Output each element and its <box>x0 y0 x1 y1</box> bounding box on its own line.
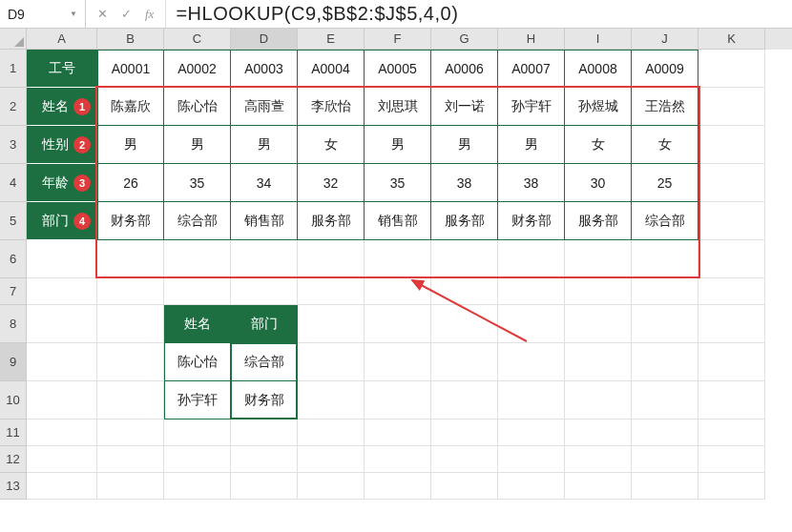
cell[interactable] <box>431 446 498 473</box>
cell[interactable] <box>498 446 565 473</box>
cell[interactable] <box>498 343 565 381</box>
cell[interactable] <box>231 240 298 278</box>
cell[interactable]: 38 <box>498 164 565 202</box>
cell[interactable] <box>632 305 698 343</box>
cell[interactable] <box>298 473 365 500</box>
accept-icon[interactable]: ✓ <box>121 8 132 20</box>
name-box[interactable]: D9 ▼ <box>0 0 86 28</box>
col-header-J[interactable]: J <box>632 29 698 50</box>
cell[interactable]: 服务部 <box>298 202 365 240</box>
row-header-12[interactable]: 12 <box>0 446 27 473</box>
cell[interactable] <box>27 240 97 278</box>
col-header-B[interactable]: B <box>97 29 164 50</box>
cell[interactable]: 李欣怡 <box>298 88 365 126</box>
cell[interactable] <box>365 305 431 343</box>
col-header-K[interactable]: K <box>698 29 765 50</box>
row-header-11[interactable]: 11 <box>0 419 27 446</box>
cell[interactable]: 男 <box>231 126 298 164</box>
cell[interactable] <box>97 381 164 419</box>
cell[interactable]: 陈心怡 <box>164 88 231 126</box>
active-cell[interactable]: 综合部 <box>231 343 298 381</box>
row-header-7[interactable]: 7 <box>0 278 27 305</box>
cell[interactable] <box>698 240 765 278</box>
cell[interactable] <box>298 343 365 381</box>
cell[interactable] <box>698 278 765 305</box>
cell[interactable] <box>164 278 231 305</box>
cell[interactable] <box>365 473 431 500</box>
cell[interactable]: A0003 <box>231 50 298 88</box>
row-headers[interactable]: 1 2 3 4 5 6 7 8 9 10 11 12 13 <box>0 50 27 500</box>
cell[interactable] <box>365 446 431 473</box>
cell[interactable]: 服务部 <box>431 202 498 240</box>
cell[interactable] <box>498 305 565 343</box>
cell[interactable] <box>565 240 632 278</box>
cell[interactable] <box>698 381 765 419</box>
cell[interactable]: A0007 <box>498 50 565 88</box>
cell[interactable]: 34 <box>231 164 298 202</box>
cell[interactable] <box>27 343 97 381</box>
cell[interactable] <box>698 446 765 473</box>
cell[interactable]: 孙宇轩 <box>164 381 231 419</box>
cell[interactable] <box>27 446 97 473</box>
cell[interactable] <box>164 446 231 473</box>
cell[interactable]: 高雨萱 <box>231 88 298 126</box>
cell[interactable] <box>298 381 365 419</box>
cell[interactable] <box>97 305 164 343</box>
cell[interactable] <box>231 446 298 473</box>
cell[interactable] <box>698 202 765 240</box>
cell[interactable]: A0006 <box>431 50 498 88</box>
cell[interactable]: 男 <box>97 126 164 164</box>
row-header-9[interactable]: 9 <box>0 343 27 381</box>
cell[interactable] <box>565 419 632 446</box>
header-cell[interactable]: 性别2 <box>27 126 97 164</box>
cell[interactable] <box>365 419 431 446</box>
cell[interactable] <box>565 446 632 473</box>
cell[interactable] <box>698 164 765 202</box>
cell[interactable] <box>431 419 498 446</box>
row-header-2[interactable]: 2 <box>0 88 27 126</box>
cell[interactable]: 女 <box>565 126 632 164</box>
header-cell[interactable]: 部门 <box>231 305 298 343</box>
cell[interactable] <box>164 419 231 446</box>
cell[interactable]: 孙煜城 <box>565 88 632 126</box>
cell[interactable] <box>97 446 164 473</box>
row-header-13[interactable]: 13 <box>0 473 27 500</box>
cell[interactable]: 综合部 <box>164 202 231 240</box>
cell[interactable] <box>298 419 365 446</box>
cell[interactable] <box>431 278 498 305</box>
row-header-4[interactable]: 4 <box>0 164 27 202</box>
cell[interactable] <box>565 278 632 305</box>
cell[interactable]: 服务部 <box>565 202 632 240</box>
cell[interactable] <box>431 473 498 500</box>
cell[interactable] <box>298 446 365 473</box>
cell[interactable] <box>431 240 498 278</box>
cell[interactable] <box>632 419 698 446</box>
cell[interactable] <box>698 419 765 446</box>
cell[interactable] <box>97 473 164 500</box>
cell[interactable]: 孙宇轩 <box>498 88 565 126</box>
cell[interactable]: 财务部 <box>498 202 565 240</box>
col-header-F[interactable]: F <box>365 29 431 50</box>
cell[interactable] <box>498 240 565 278</box>
cell[interactable] <box>97 240 164 278</box>
cell[interactable]: A0005 <box>365 50 431 88</box>
cell[interactable] <box>498 278 565 305</box>
cell[interactable]: 综合部 <box>632 202 698 240</box>
cell[interactable]: 男 <box>365 126 431 164</box>
cell[interactable] <box>365 278 431 305</box>
cell[interactable] <box>298 240 365 278</box>
row-header-3[interactable]: 3 <box>0 126 27 164</box>
cell[interactable]: 女 <box>298 126 365 164</box>
cell[interactable]: 王浩然 <box>632 88 698 126</box>
cell[interactable]: A0009 <box>632 50 698 88</box>
cell[interactable]: 销售部 <box>365 202 431 240</box>
cell[interactable] <box>698 343 765 381</box>
cell[interactable] <box>231 419 298 446</box>
cell[interactable] <box>97 343 164 381</box>
formula-input[interactable]: =HLOOKUP(C9,$B$2:$J$5,4,0) <box>166 3 792 25</box>
cell[interactable] <box>632 240 698 278</box>
cell[interactable] <box>565 381 632 419</box>
header-cell[interactable]: 部门4 <box>27 202 97 240</box>
cell[interactable] <box>698 50 765 88</box>
cell[interactable]: 刘一诺 <box>431 88 498 126</box>
